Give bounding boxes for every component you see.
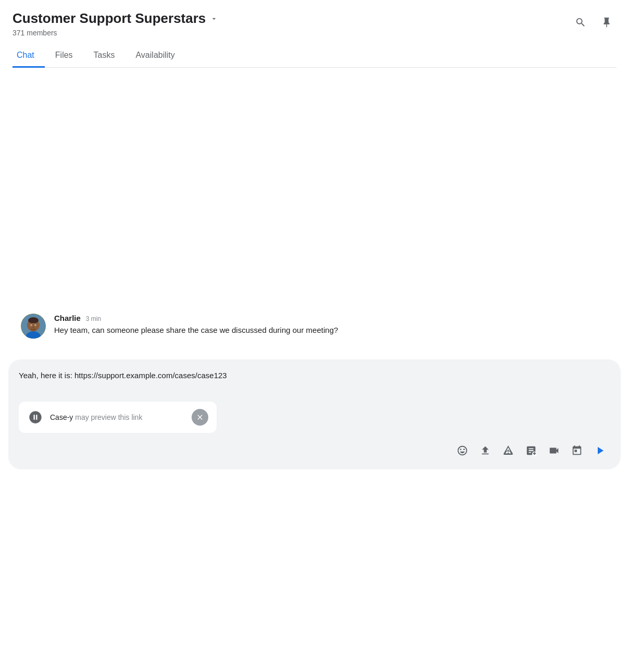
message-time: 3 min [86, 315, 101, 322]
emoji-button[interactable] [452, 440, 473, 461]
send-button[interactable] [589, 440, 610, 461]
table-row: Charlie 3 min Hey team, can someone plea… [21, 314, 608, 339]
header-actions [571, 10, 617, 32]
calendar-button[interactable] [567, 440, 587, 461]
avatar-image [21, 314, 46, 339]
message-header: Charlie 3 min [54, 314, 608, 322]
group-name-row: Customer Support Superstars [12, 10, 218, 27]
link-preview-card: Case-y may preview this link [19, 402, 217, 433]
tab-tasks[interactable]: Tasks [83, 45, 125, 68]
tab-chat[interactable]: Chat [12, 45, 45, 68]
create-doc-icon [525, 445, 537, 456]
link-preview-name-text: Case-y [50, 413, 73, 421]
link-preview-subtext: may preview this link [75, 413, 142, 421]
search-button[interactable] [571, 13, 590, 32]
send-icon [594, 444, 606, 457]
upload-icon [480, 445, 491, 456]
chat-area: Charlie 3 min Hey team, can someone plea… [0, 68, 629, 359]
group-info: Customer Support Superstars 371 members [12, 10, 218, 37]
video-button[interactable] [544, 440, 564, 461]
upload-button[interactable] [475, 440, 496, 461]
case-y-icon [28, 410, 43, 425]
emoji-icon [457, 445, 468, 456]
message-author: Charlie [54, 314, 81, 322]
pin-button[interactable] [597, 13, 617, 32]
close-icon [196, 413, 204, 421]
search-icon [575, 17, 586, 28]
link-preview-icon [27, 409, 44, 426]
link-preview-name: Case-y may preview this link [50, 413, 142, 421]
create-doc-button[interactable] [521, 440, 542, 461]
svg-point-9 [33, 327, 34, 328]
group-dropdown-icon[interactable] [210, 15, 218, 23]
link-preview-text-group: Case-y may preview this link [50, 413, 142, 422]
compose-toolbar [19, 440, 610, 461]
avatar [21, 314, 46, 339]
tabs-bar: Chat Files Tasks Availability [12, 45, 617, 68]
compose-input[interactable]: Yeah, here it is: https://support.exampl… [19, 370, 610, 393]
tab-files[interactable]: Files [45, 45, 83, 68]
compose-area: Yeah, here it is: https://support.exampl… [8, 359, 621, 469]
calendar-icon [571, 445, 583, 456]
video-icon [548, 445, 560, 456]
header-top: Customer Support Superstars 371 members [12, 10, 617, 37]
pin-icon [601, 17, 612, 28]
link-preview-left: Case-y may preview this link [27, 409, 142, 426]
drive-button[interactable] [498, 440, 519, 461]
chat-spacer [21, 80, 608, 314]
message-text: Hey team, can someone please share the c… [54, 325, 608, 337]
message-content: Charlie 3 min Hey team, can someone plea… [54, 314, 608, 337]
svg-point-2 [28, 317, 39, 323]
svg-point-8 [35, 325, 36, 326]
svg-point-10 [31, 329, 36, 331]
tab-availability[interactable]: Availability [125, 45, 185, 68]
header: Customer Support Superstars 371 members [0, 0, 629, 68]
group-name-text: Customer Support Superstars [12, 10, 206, 27]
svg-point-7 [31, 325, 32, 326]
members-count: 371 members [12, 29, 218, 37]
drive-icon [502, 445, 514, 456]
link-preview-close-button[interactable] [192, 409, 208, 426]
